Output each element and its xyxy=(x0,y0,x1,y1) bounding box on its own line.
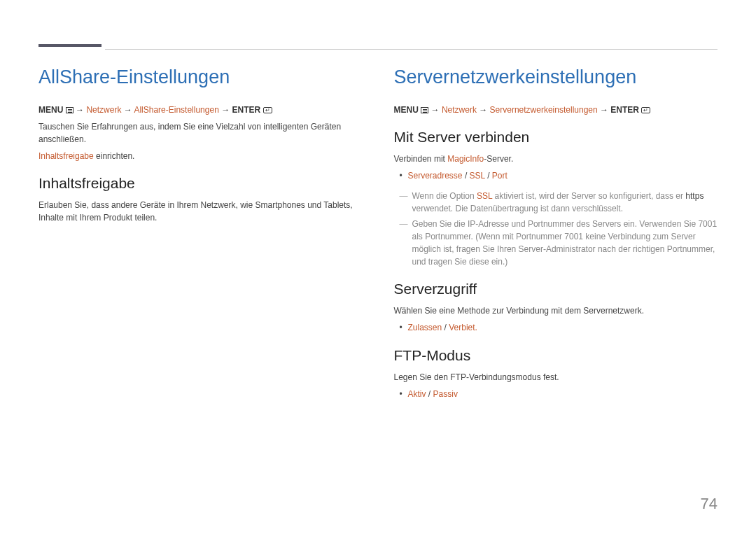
dash1-ssl: SSL xyxy=(477,191,492,201)
dash1-post: verwendet. Die Datenübertragung ist dann… xyxy=(412,204,624,213)
opt-serveradresse: Serveradresse xyxy=(408,171,463,181)
menu-label: MENU xyxy=(394,105,419,115)
opt-ssl: SSL xyxy=(470,171,485,181)
ftp-modus-heading: FTP-Modus xyxy=(394,347,718,364)
server-notes-list: Wenn die Option SSL aktiviert ist, wird … xyxy=(394,190,718,268)
enter-icon xyxy=(641,107,650,113)
verbinden-pre: Verbinden mit xyxy=(394,154,448,164)
page-content: AllShare-Einstellungen MENU → Netzwerk →… xyxy=(0,0,756,437)
sep: / xyxy=(442,323,449,332)
arrow-icon: → xyxy=(479,105,487,115)
enter-icon xyxy=(263,107,272,113)
mit-server-heading: Mit Server verbinden xyxy=(394,129,718,146)
crumb-server: Servernetzwerkeinstellungen xyxy=(490,105,598,115)
opt-aktiv: Aktiv xyxy=(408,389,426,399)
crumb-allshare: AllShare-Einstellungen xyxy=(134,105,218,115)
header-divider xyxy=(105,49,718,50)
mit-server-line: Verbinden mit MagicInfo-Server. xyxy=(394,153,718,165)
zugriff-options-item: Zulassen / Verbiet. xyxy=(394,321,718,335)
dash1-pre: Wenn die Option xyxy=(412,191,477,201)
inhaltsfreigabe-heading: Inhaltsfreigabe xyxy=(38,175,363,192)
dash1-https: https xyxy=(685,191,704,201)
intro-link-line: Inhaltsfreigabe einrichten. xyxy=(38,150,363,162)
verbinden-post: -Server. xyxy=(484,154,513,164)
arrow-icon: → xyxy=(600,105,608,115)
opt-passiv: Passiv xyxy=(433,389,458,399)
right-column: Servernetzwerkeinstellungen MENU → Netzw… xyxy=(394,66,718,409)
menu-icon xyxy=(66,107,74,113)
server-options-list: Serveradresse / SSL / Port xyxy=(394,169,718,183)
ftp-modus-body: Legen Sie den FTP-Verbindungsmodus fest. xyxy=(394,371,718,384)
zugriff-options-list: Zulassen / Verbiet. xyxy=(394,321,718,335)
opt-zulassen: Zulassen xyxy=(408,323,442,332)
crumb-netzwerk: Netzwerk xyxy=(442,105,477,115)
ftp-options-item: Aktiv / Passiv xyxy=(394,388,718,401)
menu-icon xyxy=(421,107,428,113)
enter-label: ENTER xyxy=(232,105,261,115)
opt-verbiet: Verbiet. xyxy=(449,323,477,332)
sep: / xyxy=(426,389,433,399)
header-tab-marker xyxy=(38,44,102,47)
intro-after: einrichten. xyxy=(94,151,135,161)
allshare-heading: AllShare-Einstellungen xyxy=(38,66,363,88)
serverzugriff-body: Wählen Sie eine Methode zur Verbindung m… xyxy=(394,304,718,317)
ssl-note: Wenn die Option SSL aktiviert ist, wird … xyxy=(394,190,718,215)
breadcrumb-left: MENU → Netzwerk → AllShare-Einstellungen… xyxy=(38,104,363,116)
enter-label: ENTER xyxy=(610,105,639,115)
crumb-netzwerk: Netzwerk xyxy=(86,105,121,115)
ftp-options-list: Aktiv / Passiv xyxy=(394,388,718,401)
sep: / xyxy=(463,171,470,181)
menu-label: MENU xyxy=(38,105,63,115)
intro-text: Tauschen Sie Erfahrungen aus, indem Sie … xyxy=(38,120,363,146)
servernetz-heading: Servernetzwerkeinstellungen xyxy=(394,66,718,88)
breadcrumb-right: MENU → Netzwerk → Servernetzwerkeinstell… xyxy=(394,104,718,116)
magicinfo-link: MagicInfo xyxy=(447,154,484,164)
left-column: AllShare-Einstellungen MENU → Netzwerk →… xyxy=(38,66,363,409)
dash1-mid: aktiviert ist, wird der Server so konfig… xyxy=(492,191,685,201)
port-note: Geben Sie die IP-Adresse und Portnummer … xyxy=(394,218,718,268)
page-number: 74 xyxy=(701,495,718,513)
inhaltsfreigabe-body: Erlauben Sie, dass andere Geräte in Ihre… xyxy=(38,199,363,224)
opt-port: Port xyxy=(492,171,507,181)
sep: / xyxy=(485,171,492,181)
server-options-item: Serveradresse / SSL / Port xyxy=(394,169,718,183)
arrow-icon: → xyxy=(124,105,132,115)
arrow-icon: → xyxy=(76,105,84,115)
serverzugriff-heading: Serverzugriff xyxy=(394,281,718,297)
arrow-icon: → xyxy=(221,105,230,115)
arrow-icon: → xyxy=(431,105,440,115)
inhaltsfreigabe-link: Inhaltsfreigabe xyxy=(38,151,94,161)
